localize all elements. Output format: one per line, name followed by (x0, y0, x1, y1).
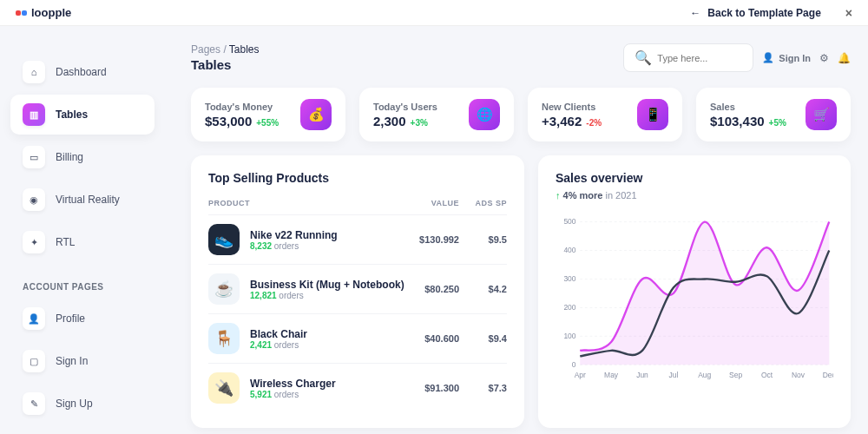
sales-chart: 0100200300400500AprMayJunJulAugSepOctNov… (556, 213, 833, 386)
sales-overview-panel: Sales overview ↑ 4% more in 2021 0100200… (538, 155, 851, 428)
page-title: Tables (191, 57, 260, 72)
table-row[interactable]: 🪑Black Chair2,421 orders$40.600$9.4 (208, 313, 507, 363)
sidebar-item-billing[interactable]: ▭Billing (10, 137, 155, 177)
nav-icon: ✎ (23, 392, 45, 415)
nav-icon: ✦ (23, 231, 45, 253)
svg-text:Aug: Aug (698, 371, 711, 379)
brand-text: loopple (31, 6, 71, 19)
breadcrumb-current: Tables (229, 43, 260, 56)
logo-icon (16, 10, 27, 16)
product-image: ☕ (208, 273, 240, 305)
search-icon: 🔍 (635, 49, 652, 66)
sidebar-item-sign-in[interactable]: ▢Sign In (10, 341, 155, 381)
nav-icon: ▥ (23, 103, 45, 126)
svg-text:100: 100 (563, 332, 575, 340)
table-header: PRODUCT VALUE ADS SP (208, 199, 507, 214)
svg-text:Apr: Apr (575, 371, 586, 379)
nav-icon: ▭ (23, 146, 45, 168)
stat-card: Today's Money$53,000+55%💰 (191, 88, 345, 141)
product-image: 🔌 (208, 372, 240, 404)
arrow-left-icon: ← (690, 7, 700, 19)
svg-text:0: 0 (572, 360, 576, 369)
svg-text:Oct: Oct (761, 371, 773, 379)
sidebar-item-virtual-reality[interactable]: ◉Virtual Reality (10, 180, 155, 220)
breadcrumb: Pages / Tables (191, 43, 260, 56)
topbar: loopple ← Back to Template Page × (0, 0, 868, 26)
product-image: 🪑 (208, 323, 240, 354)
user-icon: 👤 (762, 52, 774, 63)
breadcrumb-root[interactable]: Pages (191, 43, 220, 56)
sidebar: ⌂Dashboard▥Tables▭Billing◉Virtual Realit… (0, 26, 165, 434)
svg-text:Dec: Dec (823, 371, 833, 379)
stat-card: Today's Users2,300+3%🌐 (359, 88, 514, 141)
svg-text:Nov: Nov (792, 371, 806, 379)
search-input[interactable] (657, 53, 742, 63)
svg-text:Sep: Sep (729, 371, 742, 379)
table-row[interactable]: 🔌Wireless Charger5,921 orders$91.300$7.3 (208, 363, 507, 412)
signin-link[interactable]: 👤 Sign In (762, 52, 811, 63)
table-row[interactable]: ☕Business Kit (Mug + Notebook)12,821 ord… (208, 264, 507, 313)
overview-subtitle: ↑ 4% more in 2021 (556, 190, 833, 201)
content: Pages / Tables Tables 🔍 👤 Sign In ⚙ 🔔 (165, 26, 868, 434)
svg-text:May: May (604, 371, 619, 379)
gear-icon[interactable]: ⚙ (819, 52, 829, 64)
logo[interactable]: loopple (16, 6, 71, 19)
page-header: Pages / Tables Tables 🔍 👤 Sign In ⚙ 🔔 (191, 43, 851, 72)
svg-text:400: 400 (563, 246, 575, 254)
svg-text:300: 300 (563, 274, 575, 283)
stat-icon: 📱 (637, 99, 668, 130)
nav-icon: ▢ (23, 350, 45, 372)
sidebar-item-dashboard[interactable]: ⌂Dashboard (10, 52, 155, 92)
panel-title: Top Selling Products (208, 171, 507, 185)
sidebar-item-sign-up[interactable]: ✎Sign Up (10, 384, 155, 424)
panel-title: Sales overview (556, 171, 833, 185)
stat-icon: 💰 (300, 99, 332, 130)
svg-text:500: 500 (563, 217, 575, 226)
sidebar-item-rtl[interactable]: ✦RTL (10, 222, 155, 262)
stat-icon: 🌐 (469, 99, 500, 130)
sidebar-item-tables[interactable]: ▥Tables (10, 95, 155, 135)
stat-card: New Clients+3,462-2%📱 (528, 88, 682, 141)
svg-text:200: 200 (563, 303, 575, 312)
stats-row: Today's Money$53,000+55%💰Today's Users2,… (191, 88, 851, 141)
bell-icon[interactable]: 🔔 (838, 52, 851, 64)
product-image: 👟 (208, 224, 240, 255)
stat-card: Sales$103,430+5%🛒 (696, 88, 851, 141)
svg-text:Jul: Jul (668, 371, 678, 379)
search-box[interactable]: 🔍 (623, 43, 753, 72)
svg-text:Jun: Jun (636, 371, 648, 379)
sidebar-item-profile[interactable]: 👤Profile (10, 299, 155, 339)
close-icon[interactable]: × (845, 6, 852, 20)
table-row[interactable]: 👟Nike v22 Running8,232 orders$130.992$9.… (208, 214, 507, 264)
back-link-text: Back to Template Page (707, 7, 821, 19)
top-selling-panel: Top Selling Products PRODUCT VALUE ADS S… (191, 155, 524, 428)
arrow-up-icon: ↑ (556, 190, 561, 201)
nav-icon: 👤 (23, 307, 45, 330)
nav-icon: ◉ (23, 188, 45, 211)
nav-icon: ⌂ (23, 61, 45, 83)
sidebar-section-label: ACCOUNT PAGES (10, 265, 155, 299)
stat-icon: 🛒 (806, 99, 837, 130)
back-to-template[interactable]: ← Back to Template Page × (690, 6, 852, 20)
